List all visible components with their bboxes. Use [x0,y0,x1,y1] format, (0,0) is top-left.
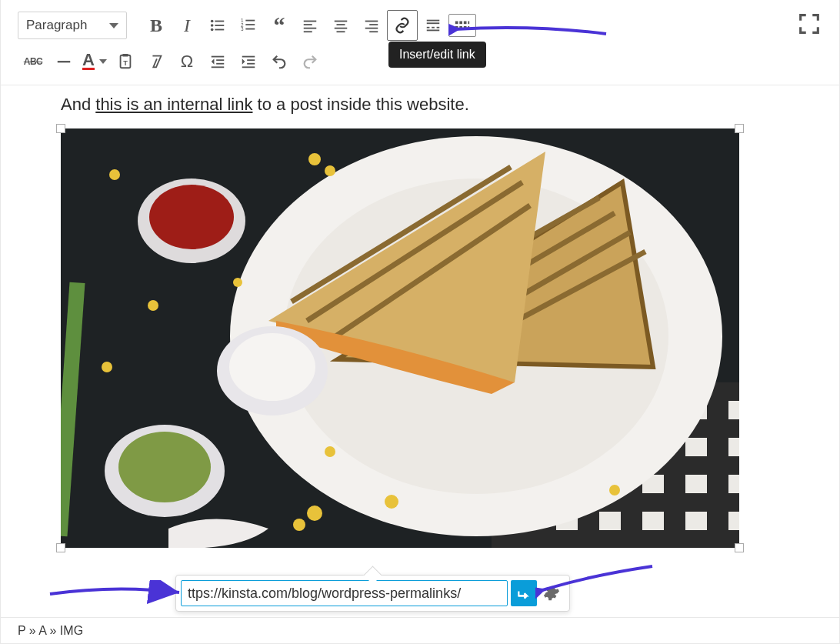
svg-rect-28 [437,27,440,28]
blockquote-button[interactable]: “ [264,10,295,41]
indent-button[interactable] [233,46,264,77]
horizontal-rule-button[interactable] [48,46,79,77]
classic-editor: Paragraph B I 123 “ [0,0,840,644]
svg-point-84 [325,165,335,176]
read-more-button[interactable] [418,10,448,41]
svg-rect-30 [455,22,458,25]
svg-point-87 [102,362,112,372]
svg-rect-13 [304,24,312,25]
element-path[interactable]: P » A » IMG [18,624,83,638]
svg-rect-22 [365,28,378,29]
svg-rect-49 [242,66,255,68]
align-right-button[interactable] [356,10,387,41]
svg-rect-27 [432,27,435,28]
fullscreen-button[interactable] [796,11,822,37]
special-char-button[interactable]: Ω [172,46,202,77]
svg-point-92 [609,485,620,496]
align-center-icon [332,17,349,34]
svg-rect-7 [245,20,255,22]
svg-point-80 [118,432,211,502]
svg-rect-25 [427,22,440,24]
svg-rect-24 [427,20,440,22]
svg-point-85 [148,300,158,311]
bold-button[interactable]: B [141,10,172,41]
redo-button[interactable] [295,46,325,77]
svg-rect-16 [335,21,348,22]
content-image[interactable] [61,128,739,548]
align-center-button[interactable] [325,10,356,41]
bulleted-list-button[interactable] [202,10,233,41]
svg-rect-48 [247,63,255,65]
svg-rect-62 [492,530,739,548]
horizontal-rule-icon [55,53,72,70]
clear-format-icon [148,53,165,70]
align-left-icon [302,17,318,34]
svg-point-83 [308,153,321,165]
outdent-button[interactable] [202,46,233,77]
align-left-button[interactable] [295,10,325,41]
svg-rect-20 [365,21,378,22]
link-tooltip: Insert/edit link [388,42,486,68]
svg-rect-26 [427,27,430,28]
strikethrough-button[interactable]: ABC [18,46,48,77]
link-settings-button[interactable] [538,580,565,606]
resize-handle-tl[interactable] [56,124,65,133]
svg-rect-9 [245,24,255,25]
svg-rect-31 [459,22,462,25]
annotation-arrow-left [47,580,185,606]
svg-rect-18 [335,28,348,29]
resize-handle-bl[interactable] [56,543,65,552]
numbered-list-button[interactable]: 123 [233,10,264,41]
selected-image[interactable] [61,128,739,548]
italic-button[interactable]: I [172,10,202,41]
editor-content[interactable]: And this is an internal link to a post i… [1,85,839,548]
apply-link-button[interactable] [511,580,537,606]
text-color-button[interactable]: A [79,46,110,77]
format-select[interactable]: Paragraph [18,12,127,39]
link-icon [394,17,411,34]
text-color-letter: A [82,53,95,70]
bulleted-list-icon [209,17,226,34]
svg-rect-29 [427,30,440,32]
internal-link[interactable]: this is an internal link [95,95,252,114]
svg-rect-12 [304,21,317,22]
svg-rect-34 [455,26,458,29]
svg-rect-36 [464,26,467,29]
svg-rect-19 [337,31,345,32]
toolbar-toggle-icon [454,17,471,34]
redo-icon [302,53,318,70]
link-button[interactable] [387,10,418,41]
svg-rect-15 [304,31,312,32]
resize-handle-br[interactable] [735,543,744,552]
resize-handle-tr[interactable] [735,124,744,133]
link-url-input[interactable] [181,580,508,606]
editor-toolbar: Paragraph B I 123 “ [1,0,839,85]
paragraph-text[interactable]: And this is an internal link to a post i… [61,95,822,115]
svg-rect-1 [215,21,224,22]
toolbar-toggle-button[interactable] [448,14,476,37]
svg-point-4 [211,28,214,32]
svg-text:3: 3 [241,26,244,32]
svg-rect-37 [468,26,469,29]
paste-text-icon: T [117,53,134,70]
svg-rect-32 [464,22,467,25]
svg-rect-47 [247,59,255,61]
editor-status-bar: P » A » IMG [1,617,839,643]
svg-rect-33 [468,22,469,25]
gear-icon [543,585,560,602]
svg-point-91 [325,446,335,457]
svg-point-0 [211,20,214,23]
svg-text:T: T [123,59,128,67]
svg-rect-14 [304,28,317,29]
link-inline-popover [175,575,570,612]
fullscreen-icon [796,11,822,37]
paste-text-button[interactable]: T [110,46,141,77]
svg-rect-21 [369,24,378,25]
svg-point-76 [149,185,234,249]
toolbar-row-1: Paragraph B I 123 “ [18,8,822,43]
svg-rect-46 [242,56,255,58]
undo-button[interactable] [264,46,295,77]
clear-format-button[interactable] [141,46,172,77]
numbered-list-icon: 123 [240,17,257,34]
svg-point-88 [307,506,322,521]
